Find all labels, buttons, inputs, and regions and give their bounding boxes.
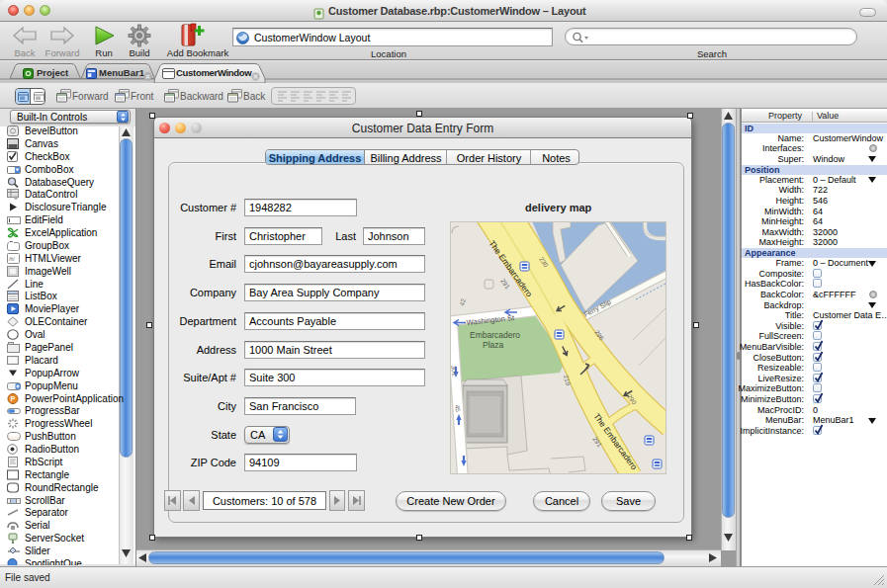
svg-text:Embarcadero: Embarcadero (470, 330, 520, 340)
svg-text:P: P (11, 395, 16, 402)
svg-text:45: 45 (454, 404, 462, 413)
svg-text:/h/: /h/ (9, 255, 15, 261)
svg-text:Plaza: Plaza (483, 340, 504, 350)
